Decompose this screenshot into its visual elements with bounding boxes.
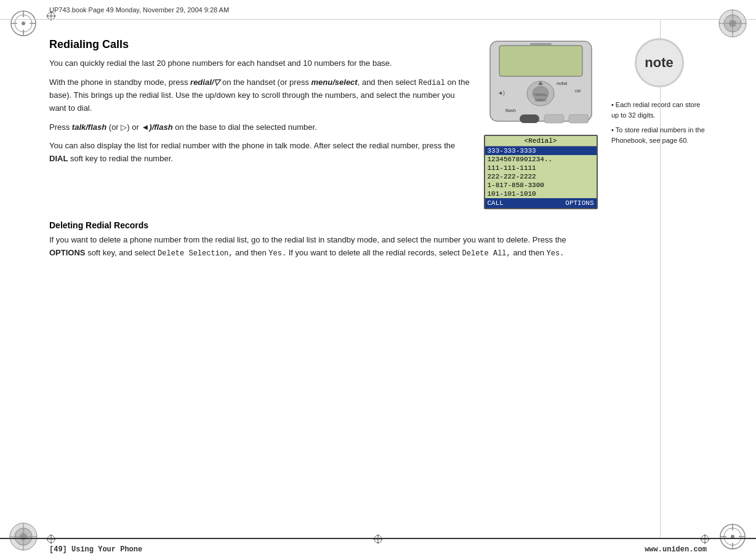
svg-text:select: select [534, 98, 545, 102]
section2-title: Deleting Redial Records [49, 220, 599, 230]
footer-left: [49] Using Your Phone [49, 545, 142, 554]
lcd-options-button: OPTIONS [565, 199, 593, 207]
svg-text:redial: redial [557, 81, 568, 86]
svg-rect-38 [530, 43, 552, 46]
lcd-title-row: <Redial> [485, 136, 597, 146]
svg-text:cid: cid [575, 89, 581, 93]
lcd-bottom-bar: CALL OPTIONS [485, 198, 597, 208]
note-bullet1: Each redial record can store up to 32 di… [611, 100, 707, 120]
header-text: UP743.book Page 49 Monday, November 29, … [49, 6, 229, 14]
section1-para2: With the phone in standby mode, press re… [49, 76, 470, 115]
section2-para1: If you want to delete a phone number fro… [49, 234, 599, 260]
section1-para4: You can also display the list for redial… [49, 140, 470, 166]
note-circle: note [635, 38, 684, 87]
svg-text:menu: menu [534, 92, 546, 97]
section1-para1: You can quickly redial the last 20 phone… [49, 57, 470, 70]
lcd-row-1: 111-111-1111 [485, 164, 597, 172]
lcd-row-4: 101-101-1010 [485, 190, 597, 198]
lcd-row-0: 12345678901234.. [485, 155, 597, 164]
header-bar: UP743.book Page 49 Monday, November 29, … [0, 0, 756, 20]
right-sidebar: note Each redial record can store up to … [611, 38, 707, 526]
section1-para3: Press talk/flash (or ▷) or ◄)/flash on t… [49, 121, 470, 134]
lcd-call-button: CALL [488, 199, 504, 207]
svg-rect-48 [520, 114, 539, 123]
section1-title: Redialing Calls [49, 38, 470, 51]
svg-rect-49 [544, 114, 564, 123]
lcd-row-3: 1-817-858-3300 [485, 181, 597, 190]
svg-rect-37 [499, 46, 582, 76]
lcd-selected-row: 333-333-3333 [485, 146, 597, 155]
footer-right: www.uniden.com [645, 545, 707, 554]
note-label: note [645, 55, 673, 71]
phone-device-image: menu select flash talk back end [484, 38, 598, 127]
note-content: Each redial record can store up to 32 di… [611, 100, 707, 145]
svg-text:flash: flash [505, 108, 516, 113]
lcd-row-2: 222-222-2222 [485, 172, 597, 181]
lcd-screen: <Redial> 333-333-3333 12345678901234.. 1… [484, 135, 598, 209]
svg-rect-50 [569, 114, 589, 123]
svg-text:◄): ◄) [497, 90, 505, 96]
note-bullet2: To store redial numbers in the Phonebook… [611, 125, 707, 145]
main-text-area: Redialing Calls You can quickly redial t… [49, 38, 611, 526]
footer: [49] Using Your Phone www.uniden.com [0, 538, 756, 560]
